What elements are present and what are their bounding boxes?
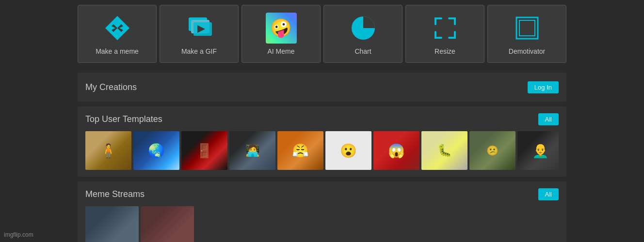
tools-bar: Make a meme Make a GIF AI Meme: [0, 0, 644, 68]
gif-icon: [184, 13, 215, 44]
top-user-templates-title: Top User Templates: [85, 114, 162, 124]
ai-meme-label: AI Meme: [267, 47, 294, 55]
templates-row: 🧍 🌏 🚪 🧑‍💻 😤 😮 😱 🐛 😕 👨‍🦲 🐕: [85, 131, 559, 170]
demotivator-tool[interactable]: Demotivator: [487, 5, 566, 63]
resize-label: Resize: [435, 47, 455, 55]
template-thumb-9[interactable]: 😕: [469, 131, 515, 170]
meme-streams-header: Meme Streams All: [85, 188, 559, 200]
ai-meme-tool[interactable]: AI Meme: [242, 5, 321, 63]
template-thumb-7[interactable]: 😱: [373, 131, 419, 170]
footer-brand: imgflip.com: [4, 231, 33, 238]
top-user-templates-header: Top User Templates All: [85, 113, 559, 125]
make-meme-tool[interactable]: Make a meme: [78, 5, 157, 63]
my-creations-section: My Creations Log In: [78, 73, 566, 102]
stream-thumb-1[interactable]: [85, 206, 139, 242]
ai-meme-icon: [266, 13, 297, 44]
template-thumb-1[interactable]: 🧍: [85, 131, 131, 170]
template-thumb-3[interactable]: 🚪: [181, 131, 227, 170]
template-thumb-6[interactable]: 😮: [325, 131, 371, 170]
chart-icon: [348, 13, 379, 44]
meme-icon: [102, 13, 133, 44]
meme-streams-all-button[interactable]: All: [538, 188, 559, 200]
make-gif-label: Make a GIF: [181, 47, 217, 55]
demotivator-icon: [512, 13, 543, 44]
template-thumb-8[interactable]: 🐛: [421, 131, 467, 170]
demotivator-label: Demotivator: [509, 47, 545, 55]
meme-streams-section: Meme Streams All: [78, 182, 566, 242]
svg-rect-9: [519, 20, 535, 36]
template-thumb-5[interactable]: 😤: [277, 131, 323, 170]
make-meme-label: Make a meme: [96, 47, 139, 55]
resize-tool[interactable]: Resize: [405, 5, 484, 63]
meme-streams-title: Meme Streams: [85, 189, 145, 199]
resize-icon: [430, 13, 461, 44]
my-creations-header: My Creations Log In: [85, 81, 559, 93]
template-thumb-4[interactable]: 🧑‍💻: [229, 131, 275, 170]
chart-tool[interactable]: Chart: [323, 5, 402, 63]
top-user-templates-section: Top User Templates All 🧍 🌏 🚪 🧑‍💻 😤 😮 😱 🐛…: [78, 106, 566, 177]
my-creations-title: My Creations: [85, 82, 137, 92]
chart-label: Chart: [354, 47, 371, 55]
make-gif-tool[interactable]: Make a GIF: [160, 5, 239, 63]
template-thumb-2[interactable]: 🌏: [133, 131, 179, 170]
templates-all-button[interactable]: All: [538, 113, 559, 125]
template-thumb-10[interactable]: 👨‍🦲: [517, 131, 559, 170]
stream-thumbs-row: [85, 206, 559, 242]
login-button[interactable]: Log In: [528, 81, 559, 93]
stream-thumb-2[interactable]: [141, 206, 194, 242]
